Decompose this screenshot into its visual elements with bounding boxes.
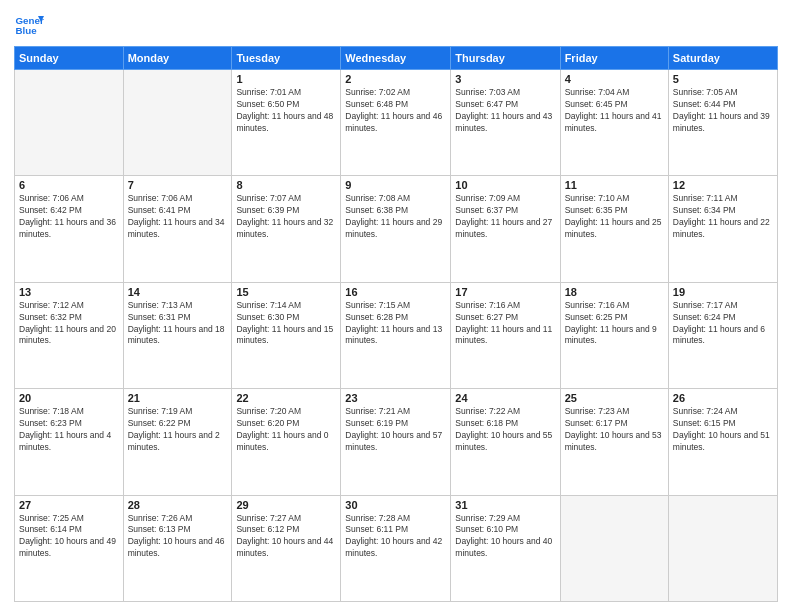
calendar-cell: 2Sunrise: 7:02 AMSunset: 6:48 PMDaylight… — [341, 70, 451, 176]
day-info: Sunrise: 7:08 AMSunset: 6:38 PMDaylight:… — [345, 193, 446, 241]
day-number: 16 — [345, 286, 446, 298]
day-info: Sunrise: 7:28 AMSunset: 6:11 PMDaylight:… — [345, 513, 446, 561]
day-info: Sunrise: 7:14 AMSunset: 6:30 PMDaylight:… — [236, 300, 336, 348]
day-info: Sunrise: 7:16 AMSunset: 6:27 PMDaylight:… — [455, 300, 555, 348]
calendar-cell: 29Sunrise: 7:27 AMSunset: 6:12 PMDayligh… — [232, 495, 341, 601]
calendar-cell: 30Sunrise: 7:28 AMSunset: 6:11 PMDayligh… — [341, 495, 451, 601]
day-number: 21 — [128, 392, 228, 404]
day-info: Sunrise: 7:17 AMSunset: 6:24 PMDaylight:… — [673, 300, 773, 348]
calendar-cell: 23Sunrise: 7:21 AMSunset: 6:19 PMDayligh… — [341, 389, 451, 495]
calendar-cell: 11Sunrise: 7:10 AMSunset: 6:35 PMDayligh… — [560, 176, 668, 282]
day-info: Sunrise: 7:13 AMSunset: 6:31 PMDaylight:… — [128, 300, 228, 348]
day-number: 11 — [565, 179, 664, 191]
calendar-cell: 19Sunrise: 7:17 AMSunset: 6:24 PMDayligh… — [668, 282, 777, 388]
day-info: Sunrise: 7:11 AMSunset: 6:34 PMDaylight:… — [673, 193, 773, 241]
day-number: 22 — [236, 392, 336, 404]
day-number: 24 — [455, 392, 555, 404]
day-info: Sunrise: 7:24 AMSunset: 6:15 PMDaylight:… — [673, 406, 773, 454]
week-row-4: 27Sunrise: 7:25 AMSunset: 6:14 PMDayligh… — [15, 495, 778, 601]
calendar-cell: 8Sunrise: 7:07 AMSunset: 6:39 PMDaylight… — [232, 176, 341, 282]
day-number: 29 — [236, 499, 336, 511]
calendar-cell: 1Sunrise: 7:01 AMSunset: 6:50 PMDaylight… — [232, 70, 341, 176]
day-info: Sunrise: 7:07 AMSunset: 6:39 PMDaylight:… — [236, 193, 336, 241]
day-number: 7 — [128, 179, 228, 191]
day-number: 26 — [673, 392, 773, 404]
day-info: Sunrise: 7:16 AMSunset: 6:25 PMDaylight:… — [565, 300, 664, 348]
calendar-cell: 28Sunrise: 7:26 AMSunset: 6:13 PMDayligh… — [123, 495, 232, 601]
calendar-cell — [668, 495, 777, 601]
day-info: Sunrise: 7:27 AMSunset: 6:12 PMDaylight:… — [236, 513, 336, 561]
day-info: Sunrise: 7:21 AMSunset: 6:19 PMDaylight:… — [345, 406, 446, 454]
calendar-cell: 26Sunrise: 7:24 AMSunset: 6:15 PMDayligh… — [668, 389, 777, 495]
day-info: Sunrise: 7:18 AMSunset: 6:23 PMDaylight:… — [19, 406, 119, 454]
page: General Blue SundayMondayTuesdayWednesda… — [0, 0, 792, 612]
day-number: 20 — [19, 392, 119, 404]
day-info: Sunrise: 7:20 AMSunset: 6:20 PMDaylight:… — [236, 406, 336, 454]
weekday-header-monday: Monday — [123, 47, 232, 70]
day-number: 9 — [345, 179, 446, 191]
day-number: 15 — [236, 286, 336, 298]
weekday-header-friday: Friday — [560, 47, 668, 70]
day-number: 23 — [345, 392, 446, 404]
calendar-cell: 12Sunrise: 7:11 AMSunset: 6:34 PMDayligh… — [668, 176, 777, 282]
day-number: 19 — [673, 286, 773, 298]
day-number: 1 — [236, 73, 336, 85]
day-info: Sunrise: 7:19 AMSunset: 6:22 PMDaylight:… — [128, 406, 228, 454]
day-number: 13 — [19, 286, 119, 298]
calendar-cell: 10Sunrise: 7:09 AMSunset: 6:37 PMDayligh… — [451, 176, 560, 282]
day-info: Sunrise: 7:15 AMSunset: 6:28 PMDaylight:… — [345, 300, 446, 348]
calendar-cell: 3Sunrise: 7:03 AMSunset: 6:47 PMDaylight… — [451, 70, 560, 176]
logo: General Blue — [14, 10, 44, 40]
day-number: 3 — [455, 73, 555, 85]
calendar-cell — [123, 70, 232, 176]
day-number: 6 — [19, 179, 119, 191]
calendar-cell: 31Sunrise: 7:29 AMSunset: 6:10 PMDayligh… — [451, 495, 560, 601]
calendar-cell: 13Sunrise: 7:12 AMSunset: 6:32 PMDayligh… — [15, 282, 124, 388]
calendar-cell: 24Sunrise: 7:22 AMSunset: 6:18 PMDayligh… — [451, 389, 560, 495]
day-info: Sunrise: 7:02 AMSunset: 6:48 PMDaylight:… — [345, 87, 446, 135]
weekday-header-sunday: Sunday — [15, 47, 124, 70]
calendar-cell — [15, 70, 124, 176]
calendar-cell: 15Sunrise: 7:14 AMSunset: 6:30 PMDayligh… — [232, 282, 341, 388]
weekday-header-row: SundayMondayTuesdayWednesdayThursdayFrid… — [15, 47, 778, 70]
calendar-cell: 17Sunrise: 7:16 AMSunset: 6:27 PMDayligh… — [451, 282, 560, 388]
calendar-table: SundayMondayTuesdayWednesdayThursdayFrid… — [14, 46, 778, 602]
day-number: 17 — [455, 286, 555, 298]
day-number: 25 — [565, 392, 664, 404]
calendar-cell: 18Sunrise: 7:16 AMSunset: 6:25 PMDayligh… — [560, 282, 668, 388]
day-number: 27 — [19, 499, 119, 511]
calendar-cell: 21Sunrise: 7:19 AMSunset: 6:22 PMDayligh… — [123, 389, 232, 495]
calendar-cell: 6Sunrise: 7:06 AMSunset: 6:42 PMDaylight… — [15, 176, 124, 282]
day-number: 2 — [345, 73, 446, 85]
week-row-0: 1Sunrise: 7:01 AMSunset: 6:50 PMDaylight… — [15, 70, 778, 176]
day-info: Sunrise: 7:04 AMSunset: 6:45 PMDaylight:… — [565, 87, 664, 135]
calendar-cell: 22Sunrise: 7:20 AMSunset: 6:20 PMDayligh… — [232, 389, 341, 495]
calendar-cell: 7Sunrise: 7:06 AMSunset: 6:41 PMDaylight… — [123, 176, 232, 282]
day-info: Sunrise: 7:26 AMSunset: 6:13 PMDaylight:… — [128, 513, 228, 561]
logo-icon: General Blue — [14, 10, 44, 40]
day-info: Sunrise: 7:12 AMSunset: 6:32 PMDaylight:… — [19, 300, 119, 348]
day-info: Sunrise: 7:06 AMSunset: 6:41 PMDaylight:… — [128, 193, 228, 241]
day-info: Sunrise: 7:06 AMSunset: 6:42 PMDaylight:… — [19, 193, 119, 241]
day-info: Sunrise: 7:01 AMSunset: 6:50 PMDaylight:… — [236, 87, 336, 135]
day-number: 12 — [673, 179, 773, 191]
day-number: 5 — [673, 73, 773, 85]
calendar-cell: 9Sunrise: 7:08 AMSunset: 6:38 PMDaylight… — [341, 176, 451, 282]
day-number: 4 — [565, 73, 664, 85]
weekday-header-thursday: Thursday — [451, 47, 560, 70]
day-number: 8 — [236, 179, 336, 191]
day-info: Sunrise: 7:22 AMSunset: 6:18 PMDaylight:… — [455, 406, 555, 454]
calendar-cell: 16Sunrise: 7:15 AMSunset: 6:28 PMDayligh… — [341, 282, 451, 388]
calendar-cell: 4Sunrise: 7:04 AMSunset: 6:45 PMDaylight… — [560, 70, 668, 176]
weekday-header-tuesday: Tuesday — [232, 47, 341, 70]
day-number: 30 — [345, 499, 446, 511]
day-number: 31 — [455, 499, 555, 511]
day-number: 18 — [565, 286, 664, 298]
calendar-cell: 27Sunrise: 7:25 AMSunset: 6:14 PMDayligh… — [15, 495, 124, 601]
week-row-2: 13Sunrise: 7:12 AMSunset: 6:32 PMDayligh… — [15, 282, 778, 388]
calendar-cell: 20Sunrise: 7:18 AMSunset: 6:23 PMDayligh… — [15, 389, 124, 495]
svg-text:Blue: Blue — [16, 25, 38, 36]
week-row-1: 6Sunrise: 7:06 AMSunset: 6:42 PMDaylight… — [15, 176, 778, 282]
day-info: Sunrise: 7:29 AMSunset: 6:10 PMDaylight:… — [455, 513, 555, 561]
calendar-cell — [560, 495, 668, 601]
